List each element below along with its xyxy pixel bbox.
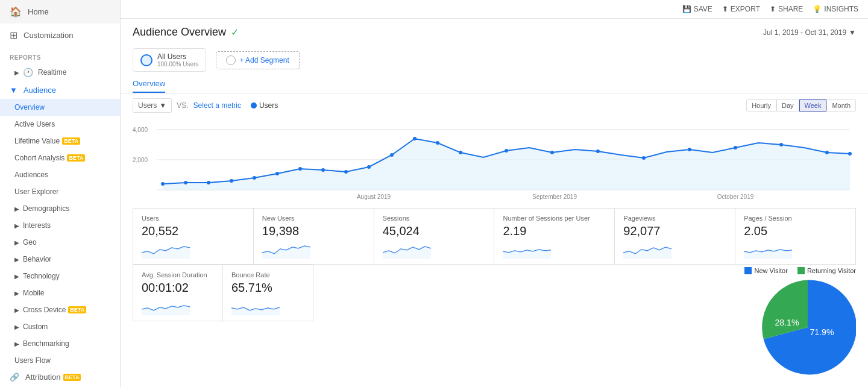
overview-label: Overview xyxy=(14,103,45,112)
interests-label: Interests xyxy=(23,221,51,230)
benchmarking-expand-icon: ▶ xyxy=(14,341,19,347)
sidebar-item-mobile[interactable]: ▶ Mobile xyxy=(0,285,120,301)
svg-point-17 xyxy=(367,165,371,169)
sidebar: 🏠 Home ⊞ Customization REPORTS ▶ 🕐 Realt… xyxy=(0,0,121,387)
chart-controls: Users ▼ VS. Select a metric Users Hourly… xyxy=(133,98,856,113)
sidebar-item-interests[interactable]: ▶ Interests xyxy=(0,217,120,234)
geo-expand-icon: ▶ xyxy=(14,239,19,246)
segment-all-users[interactable]: All Users 100.00% Users xyxy=(133,48,206,72)
week-btn[interactable]: Week xyxy=(799,99,827,112)
sidebar-item-customization[interactable]: ⊞ Customization xyxy=(0,24,120,47)
svg-point-8 xyxy=(161,182,165,186)
sessions-mini-chart xyxy=(383,241,431,259)
sidebar-item-audiences[interactable]: Audiences xyxy=(0,166,120,183)
line-chart: 4,000 2,000 August 2019 September 2019 O… xyxy=(133,118,856,202)
pie-chart-svg: 71.9% 28.1% xyxy=(760,279,856,376)
export-icon: ⬆ xyxy=(722,5,728,13)
new-visitor-dot xyxy=(744,267,752,274)
share-button[interactable]: ⬆ SHARE xyxy=(770,5,803,13)
lifetime-value-label: Lifetime Value xyxy=(14,137,60,145)
select-metric-link[interactable]: Select a metric xyxy=(193,101,241,110)
svg-point-25 xyxy=(642,156,646,160)
custom-expand-icon: ▶ xyxy=(14,324,19,330)
sidebar-item-users-flow[interactable]: Users Flow xyxy=(0,352,120,369)
geo-label: Geo xyxy=(23,238,37,247)
time-controls: Hourly Day Week Month xyxy=(746,99,856,112)
svg-point-15 xyxy=(321,168,325,172)
interests-expand-icon: ▶ xyxy=(14,222,19,229)
stat-ps-value: 2.05 xyxy=(744,224,847,238)
segments-bar: All Users 100.00% Users + Add Segment xyxy=(121,43,868,77)
svg-point-30 xyxy=(848,152,852,156)
add-segment-button[interactable]: + Add Segment xyxy=(216,51,299,69)
chart-legend: Users xyxy=(251,101,278,110)
svg-point-21 xyxy=(459,151,462,154)
bottom-section: Demographics Language ▶ Country City Sys… xyxy=(121,379,868,387)
sidebar-item-benchmarking[interactable]: ▶ Benchmarking xyxy=(0,335,120,352)
returning-visitor-dot xyxy=(797,267,805,274)
stat-spu-label: Number of Sessions per User xyxy=(503,215,606,222)
sidebar-item-audience[interactable]: ▼ Audience xyxy=(0,81,120,99)
sidebar-item-home[interactable]: 🏠 Home xyxy=(0,0,120,24)
new-users-mini-chart xyxy=(262,241,310,259)
stat-pageviews: Pageviews 92,077 xyxy=(615,208,735,265)
stat-users-label: Users xyxy=(142,215,245,222)
stat-new-users-label: New Users xyxy=(262,215,365,222)
sidebar-item-cohort-analysis[interactable]: Cohort Analysis BETA xyxy=(0,149,120,166)
sidebar-item-attribution[interactable]: 🔗 Attribution BETA xyxy=(0,369,120,387)
benchmarking-label: Benchmarking xyxy=(23,339,69,348)
month-btn[interactable]: Month xyxy=(826,99,856,112)
demographics-expand-icon: ▶ xyxy=(14,206,19,212)
behavior-label: Behavior xyxy=(23,255,51,263)
sidebar-realtime-label: Realtime xyxy=(38,68,66,77)
users-legend-dot xyxy=(251,102,257,109)
main-content: 💾 SAVE ⬆ EXPORT ⬆ SHARE 💡 INSIGHTS Audie… xyxy=(121,0,868,387)
segment-name: All Users xyxy=(157,52,198,61)
export-button[interactable]: ⬆ EXPORT xyxy=(722,5,760,13)
svg-text:4,000: 4,000 xyxy=(133,127,148,133)
svg-point-26 xyxy=(688,148,691,151)
sidebar-item-behavior[interactable]: ▶ Behavior xyxy=(0,251,120,268)
sidebar-item-cross-device[interactable]: ▶ Cross Device BETA xyxy=(0,301,120,318)
metric-select-dropdown[interactable]: Users ▼ xyxy=(133,98,172,113)
sidebar-item-geo[interactable]: ▶ Geo xyxy=(0,234,120,251)
date-range-selector[interactable]: Jul 1, 2019 - Oct 31, 2019 ▼ xyxy=(763,28,856,37)
day-btn[interactable]: Day xyxy=(776,99,799,112)
stat-pv-value: 92,077 xyxy=(623,224,726,238)
custom-label: Custom xyxy=(23,322,48,331)
asd-mini-chart xyxy=(142,297,190,315)
save-button[interactable]: 💾 SAVE xyxy=(682,5,712,13)
svg-point-29 xyxy=(825,151,829,154)
export-label: EXPORT xyxy=(731,5,760,13)
sidebar-item-overview[interactable]: Overview xyxy=(0,99,120,116)
mobile-expand-icon: ▶ xyxy=(14,290,19,297)
svg-point-16 xyxy=(344,170,348,174)
page-title: Audience Overview xyxy=(133,26,226,39)
audience-icon: ▼ xyxy=(10,86,17,95)
svg-point-19 xyxy=(413,137,417,140)
insights-button[interactable]: 💡 INSIGHTS xyxy=(813,5,858,13)
sidebar-item-custom[interactable]: ▶ Custom xyxy=(0,318,120,335)
sidebar-item-technology[interactable]: ▶ Technology xyxy=(0,268,120,285)
customization-icon: ⊞ xyxy=(10,30,17,41)
cohort-analysis-label: Cohort Analysis xyxy=(14,154,64,162)
stat-avg-session: Avg. Session Duration 00:01:02 xyxy=(133,265,223,321)
returning-visitor-legend: Returning Visitor xyxy=(797,267,856,274)
sidebar-item-realtime[interactable]: ▶ 🕐 Realtime xyxy=(0,63,120,81)
stat-br-value: 65.71% xyxy=(231,281,304,295)
sidebar-item-lifetime-value[interactable]: Lifetime Value BETA xyxy=(0,133,120,149)
svg-point-20 xyxy=(436,141,439,145)
hourly-btn[interactable]: Hourly xyxy=(746,99,776,112)
overview-tab[interactable]: Overview xyxy=(133,79,165,93)
sidebar-item-user-explorer[interactable]: User Explorer xyxy=(0,183,120,200)
svg-point-28 xyxy=(779,143,783,146)
chart-section: Users ▼ VS. Select a metric Users Hourly… xyxy=(121,93,868,202)
stat-sessions: Sessions 45,024 xyxy=(374,208,495,265)
svg-point-14 xyxy=(298,167,302,171)
pie-legend: New Visitor Returning Visitor xyxy=(744,267,856,274)
sidebar-item-active-users[interactable]: Active Users xyxy=(0,116,120,133)
technology-label: Technology xyxy=(23,272,60,280)
svg-point-10 xyxy=(207,181,210,184)
sidebar-item-demographics[interactable]: ▶ Demographics xyxy=(0,200,120,217)
behavior-expand-icon: ▶ xyxy=(14,256,19,263)
